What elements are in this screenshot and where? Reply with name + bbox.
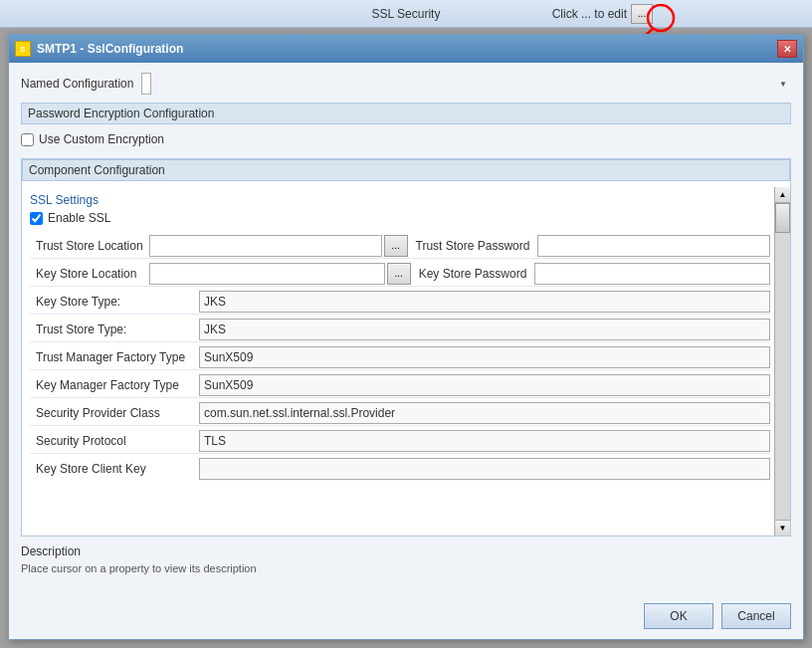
trust-store-location-label: Trust Store Location bbox=[30, 235, 149, 257]
trust-manager-factory-value bbox=[199, 346, 770, 368]
key-store-location-input[interactable] bbox=[149, 263, 385, 285]
key-store-browse-button[interactable]: ... bbox=[387, 263, 411, 285]
trust-manager-factory-row: Trust Manager Factory Type bbox=[30, 344, 770, 370]
use-custom-encryption-label: Use Custom Encryption bbox=[39, 132, 164, 146]
key-store-location-row: Key Store Location ... Key Store Passwor… bbox=[30, 261, 770, 287]
trust-store-type-input[interactable] bbox=[199, 319, 770, 340]
scrollbar-up-button[interactable]: ▲ bbox=[775, 187, 790, 203]
key-store-password-input[interactable] bbox=[534, 263, 770, 285]
component-content: SSL Settings Enable SSL Trust Store Loca… bbox=[22, 187, 790, 490]
password-encryption-header: Password Encryption Configuration bbox=[21, 103, 791, 124]
security-protocol-value bbox=[199, 430, 770, 452]
component-inner: SSL Settings Enable SSL Trust Store Loca… bbox=[22, 187, 790, 536]
security-provider-row: Security Provider Class bbox=[30, 400, 770, 426]
key-store-location-label: Key Store Location bbox=[30, 263, 149, 285]
cancel-button[interactable]: Cancel bbox=[721, 603, 791, 629]
key-manager-factory-value bbox=[199, 374, 770, 396]
ok-button[interactable]: OK bbox=[644, 603, 713, 629]
dialog-content: Named Configuration Password Encryption … bbox=[9, 63, 803, 586]
description-text: Place cursor on a property to view its d… bbox=[21, 560, 791, 576]
top-bar: SSL Security Click ... to edit ... bbox=[0, 0, 812, 28]
security-provider-value bbox=[199, 402, 770, 424]
security-protocol-label: Security Protocol bbox=[30, 430, 199, 452]
key-store-client-key-row: Key Store Client Key bbox=[30, 456, 770, 482]
security-provider-label: Security Provider Class bbox=[30, 402, 199, 424]
dialog-titlebar: S SMTP1 - SslConfiguration ✕ bbox=[9, 35, 803, 63]
trust-store-location-input[interactable] bbox=[149, 235, 382, 257]
trust-store-type-value bbox=[199, 319, 770, 340]
key-store-client-key-label: Key Store Client Key bbox=[30, 458, 199, 480]
trust-store-location-row: Trust Store Location ... Trust Store Pas… bbox=[30, 233, 770, 259]
password-encryption-section: Password Encryption Configuration Use Cu… bbox=[21, 103, 791, 148]
scrollbar-down-button[interactable]: ▼ bbox=[775, 520, 790, 536]
enable-ssl-label: Enable SSL bbox=[48, 211, 110, 225]
security-protocol-input[interactable] bbox=[199, 430, 770, 452]
named-config-select[interactable] bbox=[141, 73, 151, 95]
scrollbar-thumb[interactable] bbox=[775, 203, 790, 233]
dialog-close-button[interactable]: ✕ bbox=[777, 40, 797, 58]
dialog-title: S SMTP1 - SslConfiguration bbox=[15, 41, 183, 57]
ssl-settings-header: SSL Settings bbox=[30, 193, 770, 207]
key-manager-factory-label: Key Manager Factory Type bbox=[30, 374, 199, 396]
trust-store-password-input[interactable] bbox=[537, 235, 770, 257]
description-header: Description bbox=[21, 544, 791, 558]
component-config-section: Component Configuration SSL Settings Ena… bbox=[21, 158, 791, 537]
key-manager-factory-row: Key Manager Factory Type bbox=[30, 372, 770, 398]
click-edit-text: Click ... to edit bbox=[552, 7, 627, 21]
description-section: Description Place cursor on a property t… bbox=[21, 544, 791, 576]
scrollbar-track[interactable] bbox=[775, 203, 790, 520]
use-custom-encryption-checkbox[interactable] bbox=[21, 133, 34, 146]
trust-store-password-label: Trust Store Password bbox=[410, 239, 536, 253]
scrollbar[interactable]: ▲ ▼ bbox=[774, 187, 790, 536]
key-store-password-label: Key Store Password bbox=[413, 267, 533, 281]
security-protocol-row: Security Protocol bbox=[30, 428, 770, 454]
custom-encryption-row: Use Custom Encryption bbox=[21, 130, 791, 148]
named-config-label: Named Configuration bbox=[21, 77, 133, 91]
trust-store-type-row: Trust Store Type: bbox=[30, 317, 770, 342]
key-store-client-key-value bbox=[199, 458, 770, 480]
enable-ssl-checkbox[interactable] bbox=[30, 212, 43, 225]
trust-store-browse-button[interactable]: ... bbox=[384, 235, 408, 257]
key-store-type-value bbox=[199, 291, 770, 313]
trust-store-input-group: ... Trust Store Password bbox=[149, 235, 770, 257]
dialog-title-text: SMTP1 - SslConfiguration bbox=[37, 42, 183, 56]
key-store-input-group: ... Key Store Password bbox=[149, 263, 770, 285]
top-bar-title: SSL Security bbox=[372, 7, 441, 21]
button-row: OK Cancel bbox=[644, 603, 791, 629]
component-config-header: Component Configuration bbox=[22, 159, 790, 181]
ssl-enable-row: Enable SSL bbox=[30, 211, 770, 225]
trust-manager-factory-input[interactable] bbox=[199, 346, 770, 368]
key-store-type-row: Key Store Type: bbox=[30, 289, 770, 315]
edit-browse-button[interactable]: ... bbox=[631, 4, 653, 24]
edit-button-area: Click ... to edit ... bbox=[552, 4, 653, 24]
named-config-row: Named Configuration bbox=[21, 73, 791, 95]
trust-manager-factory-label: Trust Manager Factory Type bbox=[30, 346, 199, 368]
key-store-type-input[interactable] bbox=[199, 291, 770, 313]
key-manager-factory-input[interactable] bbox=[199, 374, 770, 396]
trust-store-type-label: Trust Store Type: bbox=[30, 319, 199, 340]
named-config-select-wrapper bbox=[141, 73, 791, 95]
security-provider-input[interactable] bbox=[199, 402, 770, 424]
key-store-client-key-input[interactable] bbox=[199, 458, 770, 480]
dialog-icon: S bbox=[15, 41, 31, 57]
key-store-type-label: Key Store Type: bbox=[30, 291, 199, 313]
browse-dots-icon: ... bbox=[638, 8, 646, 19]
main-dialog: S SMTP1 - SslConfiguration ✕ Named Confi… bbox=[8, 34, 804, 640]
